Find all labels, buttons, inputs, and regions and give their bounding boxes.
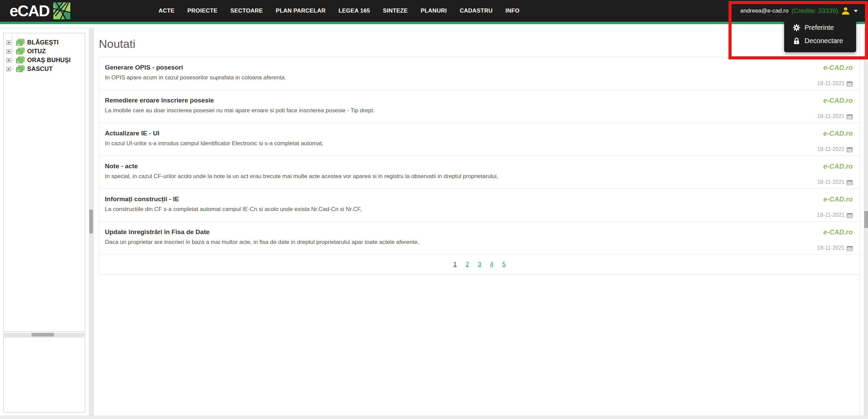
chevron-down-icon: [854, 10, 858, 12]
tree-item-label: BLĂGEŞTI: [27, 39, 59, 46]
user-menu-item-label: Deconectare: [805, 37, 843, 45]
news-source: e-CAD.ro: [823, 97, 853, 104]
user-email: andreea@e-cad.ro: [740, 7, 789, 14]
news-date: 18-11-2021: [817, 212, 845, 218]
pagination-page-link[interactable]: 3: [478, 261, 481, 268]
calendar-icon: [847, 212, 853, 218]
news-date-row: 18-11-2021: [817, 245, 853, 251]
calendar-icon: [847, 114, 853, 119]
news-date: 18-11-2021: [817, 245, 845, 251]
news-date: 18-11-2021: [817, 113, 845, 119]
news-date: 18-11-2021: [817, 80, 845, 87]
user-menu-item-deconectare[interactable]: Deconectare: [784, 34, 856, 47]
lock-icon: [793, 37, 800, 44]
news-text-block: Generare OPIS - posesori In OPIS apare a…: [105, 64, 286, 90]
news-meta-block: e-CAD.ro 18-11-2021: [817, 163, 853, 188]
news-meta-block: e-CAD.ro 18-11-2021: [817, 97, 853, 122]
news-date: 18-11-2021: [817, 146, 845, 152]
expand-plus-icon[interactable]: +: [6, 40, 11, 45]
user-menu-item-label: Preferinte: [805, 24, 834, 32]
news-description: In OPIS apare acum in cazul posesorilor …: [105, 74, 286, 81]
menu-item[interactable]: SINTEZE: [376, 7, 414, 14]
tree-connector-line: [11, 42, 14, 43]
news-description: La imobile care au doar inscrierea poses…: [105, 107, 375, 114]
calendar-icon: [847, 179, 853, 185]
menu-item[interactable]: PLANURI: [414, 7, 453, 14]
brand-logo[interactable]: eCAD: [10, 0, 70, 22]
news-description: La constructiile din CF s-a completat au…: [105, 206, 362, 213]
menu-item[interactable]: ACTE: [152, 7, 181, 14]
user-menu-item-preferinte[interactable]: Preferinte: [784, 21, 856, 34]
news-source: e-CAD.ro: [823, 228, 853, 236]
calendar-icon: [847, 245, 853, 251]
menu-item[interactable]: LEGEA 165: [332, 7, 376, 14]
calendar-icon: [847, 81, 853, 87]
tree-item-label: SASCUT: [27, 65, 53, 73]
news-item: Note - acte In special, in cazul CF-uril…: [99, 156, 860, 189]
news-list: Generare OPIS - posesori In OPIS apare a…: [99, 57, 860, 254]
tree-connector-line: [11, 51, 14, 52]
menu-item[interactable]: INFO: [499, 7, 526, 14]
user-dropdown-menu: Preferinte Deconectare: [784, 17, 856, 52]
tree-item[interactable]: + ORAŞ BUHUŞI: [4, 56, 85, 64]
menu-item[interactable]: PLAN PARCELAR: [269, 7, 332, 14]
accent-bar: [0, 22, 868, 24]
sidebar-secondary-panel: [3, 337, 85, 413]
news-text-block: Remediere eroare înscriere posesie La im…: [105, 97, 375, 122]
user-icon: [841, 7, 850, 15]
news-title: Informați construcții - IE: [105, 195, 362, 203]
pagination-page-link[interactable]: 1: [453, 261, 457, 268]
expand-plus-icon[interactable]: +: [6, 49, 11, 54]
location-tree-panel: + BLĂGEŞTI +: [3, 33, 85, 332]
bottom-scrollbar-track: [0, 416, 868, 419]
menu-item[interactable]: CADASTRU: [453, 7, 499, 14]
user-credits: (Credite: 33339): [792, 7, 838, 15]
location-tree: + BLĂGEŞTI +: [4, 33, 85, 73]
news-text-block: Update înregistrări în Fisa de Date Daca…: [105, 228, 419, 254]
news-title: Update înregistrări în Fisa de Date: [105, 228, 419, 236]
expand-plus-icon[interactable]: +: [6, 58, 11, 62]
news-source: e-CAD.ro: [823, 195, 853, 203]
tree-item[interactable]: + SASCUT: [4, 64, 85, 73]
news-source: e-CAD.ro: [823, 163, 853, 170]
news-title: Generare OPIS - posesori: [105, 64, 286, 71]
main-vertical-scrollbar[interactable]: [864, 28, 868, 416]
sidebar-main-divider-scrollbar[interactable]: [89, 28, 93, 416]
news-date: 18-11-2021: [817, 179, 845, 185]
locality-folder-icon: [16, 47, 25, 55]
menu-item[interactable]: PROIECTE: [181, 7, 224, 14]
news-source: e-CAD.ro: [823, 130, 853, 137]
tree-item[interactable]: + BLĂGEŞTI: [4, 38, 85, 47]
ecad-app: eCAD ACTE PROIECTE: [0, 0, 868, 419]
news-meta-block: e-CAD.ro 18-11-2021: [817, 228, 853, 254]
news-date-row: 18-11-2021: [817, 146, 853, 152]
scrollbar-thumb[interactable]: [89, 210, 93, 233]
locality-folder-icon: [16, 65, 25, 73]
pagination-page-link[interactable]: 2: [465, 261, 469, 268]
gear-icon: [793, 24, 800, 31]
news-meta-block: e-CAD.ro 18-11-2021: [817, 195, 853, 221]
news-source: e-CAD.ro: [823, 64, 853, 72]
scrollbar-thumb[interactable]: [864, 211, 868, 228]
news-date-row: 18-11-2021: [817, 113, 853, 119]
news-meta-block: e-CAD.ro 18-11-2021: [817, 130, 853, 155]
news-title: Note - acte: [105, 163, 498, 170]
calendar-icon: [847, 147, 853, 152]
expand-plus-icon[interactable]: +: [6, 67, 11, 71]
news-meta-block: e-CAD.ro 18-11-2021: [817, 64, 853, 90]
brand-mosaic-icon: [53, 2, 70, 19]
tree-item[interactable]: + OITUZ: [4, 47, 85, 56]
brand-text: eCAD: [10, 3, 49, 19]
scrollbar-thumb[interactable]: [32, 333, 54, 337]
news-title: Remediere eroare înscriere posesie: [105, 97, 375, 104]
locality-folder-icon: [16, 39, 25, 46]
sidebar-horizontal-scrollbar[interactable]: [3, 333, 85, 337]
news-panel: Generare OPIS - posesori In OPIS apare a…: [99, 57, 860, 275]
news-item: Update înregistrări în Fisa de Date Daca…: [99, 222, 860, 254]
pagination-page-link[interactable]: 5: [502, 261, 506, 268]
pagination-page-link[interactable]: 4: [490, 261, 494, 268]
news-text-block: Informați construcții - IE La constructi…: [105, 195, 362, 221]
menu-item[interactable]: SECTOARE: [224, 7, 270, 14]
tree-item-label: ORAŞ BUHUŞI: [27, 57, 71, 64]
news-item: Generare OPIS - posesori In OPIS apare a…: [99, 57, 860, 90]
